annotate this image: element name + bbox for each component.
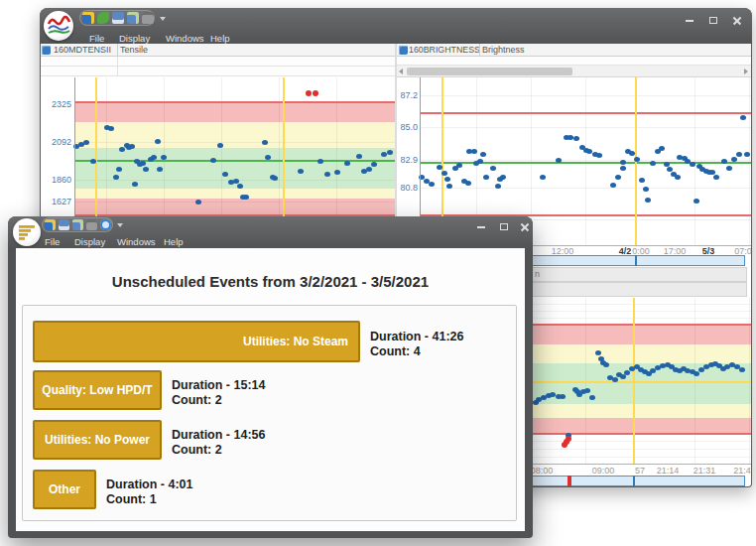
data-point xyxy=(744,152,750,157)
maximize-button[interactable] xyxy=(706,15,720,27)
chart-icon xyxy=(399,46,408,55)
data-point xyxy=(721,159,727,164)
open-icon[interactable] xyxy=(45,219,56,230)
pareto-bar-label: Other xyxy=(49,482,80,496)
chart-band-yellow xyxy=(75,189,395,199)
print-icon[interactable] xyxy=(142,12,154,24)
duration-text: Duration - 41:26 xyxy=(370,330,463,344)
y-tick-label: 87.2 xyxy=(397,90,418,100)
data-point xyxy=(471,149,477,154)
data-point xyxy=(603,362,609,367)
data-point xyxy=(560,394,566,399)
data-point xyxy=(615,175,621,180)
data-point xyxy=(556,158,562,163)
data-point xyxy=(437,165,442,170)
data-point xyxy=(726,166,732,171)
data-point xyxy=(324,172,330,177)
data-point xyxy=(456,163,462,168)
violation-point xyxy=(306,90,312,96)
print-icon[interactable] xyxy=(86,219,97,230)
data-point xyxy=(151,155,157,160)
data-point xyxy=(620,160,626,165)
menu-windows[interactable]: Windows xyxy=(166,33,204,44)
menu-windows[interactable]: Windows xyxy=(117,236,156,247)
data-point xyxy=(298,169,304,174)
data-point xyxy=(366,167,372,172)
scroll-right-icon[interactable] xyxy=(744,68,748,74)
menu-help[interactable]: Help xyxy=(210,33,230,44)
data-point xyxy=(429,182,435,187)
close-button[interactable] xyxy=(518,221,532,233)
time-tick-label: 17:00 xyxy=(660,246,690,255)
pareto-bar[interactable]: Utilities: No Power xyxy=(33,420,162,460)
scrollbar-thumb[interactable] xyxy=(407,68,572,75)
time-tick-label: 07:0 xyxy=(728,246,751,255)
timeline-divider xyxy=(635,255,637,266)
minimize-button[interactable] xyxy=(683,15,696,27)
data-point xyxy=(693,199,699,204)
pareto-bar-label: Utilities: No Power xyxy=(45,433,150,447)
data-point xyxy=(589,395,595,400)
data-point xyxy=(610,183,616,188)
duration-text: Duration - 15:14 xyxy=(172,378,265,393)
menu-file[interactable]: File xyxy=(89,33,104,44)
data-point xyxy=(596,153,602,158)
data-point xyxy=(334,170,340,175)
menu-help[interactable]: Help xyxy=(164,236,184,247)
menu-file[interactable]: File xyxy=(45,236,60,247)
data-point xyxy=(317,159,323,164)
pareto-bar[interactable]: Other xyxy=(33,470,96,509)
time-tick-label: 09:00 xyxy=(588,466,618,475)
refresh-icon[interactable] xyxy=(100,219,111,230)
data-point xyxy=(645,198,651,203)
app-logo-pareto xyxy=(13,218,41,246)
save-as-icon[interactable] xyxy=(72,219,83,230)
data-point xyxy=(483,175,489,180)
pareto-chart-panel: Utilities: No SteamDuration - 41:26Count… xyxy=(22,305,517,521)
data-point xyxy=(643,187,649,192)
leaf-icon[interactable] xyxy=(97,12,109,24)
data-point xyxy=(690,162,695,167)
time-tick-label: 5/3 xyxy=(693,246,723,255)
data-point xyxy=(161,155,167,160)
app-logo-charts xyxy=(44,11,73,41)
data-point xyxy=(129,144,135,149)
panel-header-divider xyxy=(117,44,118,57)
panel-header-divider xyxy=(479,44,480,57)
bw-titlebar[interactable]: FileDisplayWindowsHelp xyxy=(40,8,752,44)
data-point xyxy=(371,162,377,167)
data-point xyxy=(500,175,506,180)
count-text: Count: 1 xyxy=(106,492,193,507)
open-icon[interactable] xyxy=(82,12,94,24)
save-icon[interactable] xyxy=(59,219,69,230)
pareto-bar[interactable]: Quality: Low HPD/T xyxy=(33,370,162,410)
menu-display[interactable]: Display xyxy=(119,33,150,44)
close-button[interactable] xyxy=(730,15,744,27)
fw-titlebar[interactable]: FileDisplayWindowsHelp xyxy=(8,216,533,248)
data-point xyxy=(693,371,699,376)
gridline xyxy=(75,202,395,203)
pareto-window: FileDisplayWindowsHelp Unscheduled Event… xyxy=(8,216,533,538)
panel-title-tensile: Tensile xyxy=(120,45,199,56)
data-point xyxy=(83,140,89,145)
pareto-bar[interactable]: Utilities: No Steam xyxy=(33,321,360,362)
panel-id-tensile: 160MDTENSII xyxy=(54,45,117,56)
minimize-button[interactable] xyxy=(474,221,488,233)
data-point xyxy=(620,166,626,171)
save-icon[interactable] xyxy=(112,12,124,24)
gridline xyxy=(421,127,751,128)
data-point xyxy=(441,171,447,176)
toolbar-overflow-icon[interactable] xyxy=(117,223,123,227)
menu-display[interactable]: Display xyxy=(74,236,105,247)
maximize-button[interactable] xyxy=(497,221,511,233)
pareto-bar-label: Utilities: No Steam xyxy=(243,335,348,348)
data-point xyxy=(740,115,746,120)
y-tick-label: 2092 xyxy=(41,137,71,147)
scroll-left-icon[interactable] xyxy=(399,68,403,74)
toolbar-overflow-icon[interactable] xyxy=(160,17,166,21)
time-tick-label: 12:00 xyxy=(548,246,577,255)
time-tick-label: 57 xyxy=(625,466,655,475)
time-tick-label: 0:00 xyxy=(626,246,656,255)
time-tick-label: 21:31 xyxy=(690,466,719,475)
save-as-icon[interactable] xyxy=(127,12,139,24)
